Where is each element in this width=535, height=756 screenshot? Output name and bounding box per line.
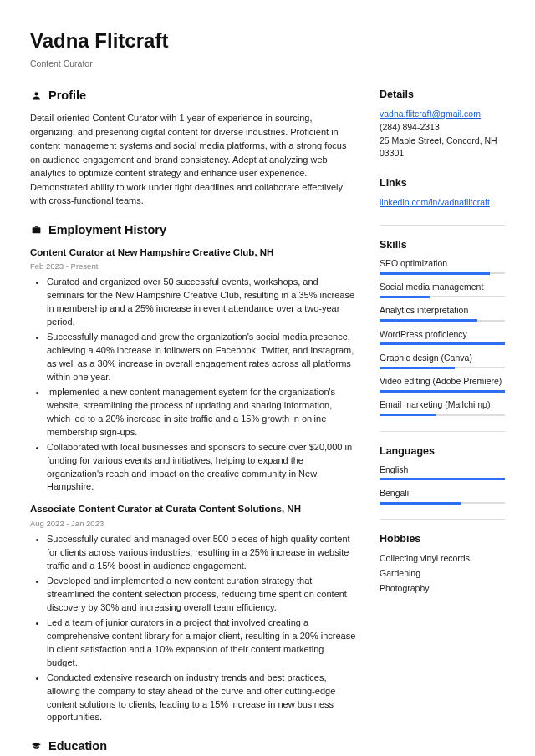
skill-bar	[380, 367, 505, 368]
divider	[380, 431, 505, 432]
skill-label: Social media management	[380, 281, 505, 293]
hobby-item: Collecting vinyl records	[380, 551, 505, 566]
education-heading: Education	[30, 738, 356, 755]
job-bullet: Successfully managed and grew the organi…	[47, 331, 356, 384]
email-link[interactable]: vadna.flitcraft@gmail.com	[380, 109, 481, 119]
job-bullets: Successfully curated and managed over 50…	[30, 533, 356, 724]
address-text: 25 Maple Street, Concord, NH 03301	[380, 134, 505, 161]
employment-section: Employment History Content Curator at Ne…	[30, 221, 356, 725]
svg-rect-1	[32, 227, 40, 233]
hobbies-heading: Hobbies	[380, 531, 505, 546]
person-subtitle: Content Curator	[30, 58, 505, 70]
skills-heading: Skills	[380, 237, 505, 252]
education-heading-text: Education	[48, 738, 107, 755]
graduation-icon	[30, 741, 42, 753]
languages-block: Languages EnglishBengali	[380, 444, 505, 505]
skill-bar	[380, 320, 505, 322]
job-entry: Associate Content Curator at Curata Cont…	[30, 502, 356, 724]
svg-point-0	[34, 92, 38, 95]
skill-label: Analytics interpretation	[380, 304, 505, 317]
skill-bar-fill	[380, 319, 477, 322]
skill-item: Graphic design (Canva)	[380, 352, 505, 368]
job-dates: Aug 2022 - Jan 2023	[30, 518, 356, 530]
skill-bar	[380, 390, 505, 392]
job-bullets: Curated and organized over 50 successful…	[30, 276, 356, 494]
skill-bar-fill	[380, 296, 430, 298]
links-block: Links linkedin.com/in/vadnaflitcraft	[380, 175, 505, 210]
skill-item: SEO optimization	[380, 257, 505, 274]
languages-heading: Languages	[380, 444, 505, 459]
skill-label: Graphic design (Canva)	[380, 352, 505, 364]
links-heading: Links	[380, 175, 505, 190]
details-heading: Details	[380, 87, 505, 102]
phone-text: (284) 894-2313	[380, 121, 505, 134]
profile-text: Detail-oriented Content Curator with 1 y…	[30, 111, 356, 208]
skill-bar-fill	[380, 272, 490, 275]
header: Vadna Flitcraft Content Curator	[30, 27, 505, 70]
language-item: Bengali	[380, 487, 505, 504]
language-item: English	[380, 464, 505, 480]
language-label: Bengali	[380, 487, 505, 500]
language-bar	[380, 502, 505, 504]
skill-item: Video editing (Adobe Premiere)	[380, 375, 505, 392]
job-bullet: Curated and organized over 50 successful…	[47, 276, 356, 329]
language-bar	[380, 479, 505, 480]
skill-bar	[380, 343, 505, 345]
education-section: Education Bachelor of Arts in Communicat…	[30, 738, 356, 756]
skill-label: Video editing (Adobe Premiere)	[380, 375, 505, 388]
employment-heading-text: Employment History	[48, 221, 166, 239]
job-bullet: Developed and implemented a new content …	[47, 575, 356, 615]
skill-bar-fill	[380, 390, 505, 393]
skill-bar	[380, 272, 505, 274]
profile-heading: Profile	[30, 87, 356, 104]
divider	[380, 225, 505, 226]
profile-section: Profile Detail-oriented Content Curator …	[30, 87, 356, 208]
hobby-item: Photography	[380, 581, 505, 596]
briefcase-icon	[30, 224, 42, 236]
language-label: English	[380, 464, 505, 476]
main-column: Profile Detail-oriented Content Curator …	[30, 87, 356, 756]
person-icon	[30, 90, 42, 102]
job-dates: Feb 2023 - Present	[30, 261, 356, 272]
skill-label: Email marketing (Mailchimp)	[380, 398, 505, 411]
skill-label: WordPress proficiency	[380, 328, 505, 341]
profile-heading-text: Profile	[48, 87, 86, 104]
job-bullet: Implemented a new content management sys…	[47, 386, 356, 439]
skills-block: Skills SEO optimizationSocial media mana…	[380, 237, 505, 416]
language-bar-fill	[380, 502, 461, 505]
divider	[380, 519, 505, 520]
job-bullet: Led a team of junior curators in a proje…	[47, 616, 356, 670]
job-bullet: Conducted extensive research on industry…	[47, 672, 356, 725]
skill-bar-fill	[380, 367, 455, 369]
hobby-item: Gardening	[380, 566, 505, 581]
skill-bar	[380, 414, 505, 416]
side-column: Details vadna.flitcraft@gmail.com (284) …	[380, 87, 505, 756]
job-entry: Content Curator at New Hampshire Creativ…	[30, 246, 356, 495]
skill-label: SEO optimization	[380, 257, 505, 270]
person-name: Vadna Flitcraft	[30, 27, 505, 56]
job-title: Associate Content Curator at Curata Cont…	[30, 502, 356, 515]
skill-bar	[380, 296, 505, 297]
skill-item: WordPress proficiency	[380, 328, 505, 345]
skill-item: Email marketing (Mailchimp)	[380, 398, 505, 415]
language-bar-fill	[380, 478, 505, 480]
skill-item: Analytics interpretation	[380, 304, 505, 321]
hobbies-block: Hobbies Collecting vinyl recordsGardenin…	[380, 531, 505, 596]
skill-bar-fill	[380, 414, 436, 416]
details-block: Details vadna.flitcraft@gmail.com (284) …	[380, 87, 505, 160]
job-bullet: Successfully curated and managed over 50…	[47, 533, 356, 573]
job-title: Content Curator at New Hampshire Creativ…	[30, 246, 356, 259]
employment-heading: Employment History	[30, 221, 356, 239]
skill-item: Social media management	[380, 281, 505, 297]
linkedin-link[interactable]: linkedin.com/in/vadnaflitcraft	[380, 197, 490, 207]
skill-bar-fill	[380, 342, 505, 345]
job-bullet: Collaborated with local businesses and s…	[47, 441, 356, 495]
